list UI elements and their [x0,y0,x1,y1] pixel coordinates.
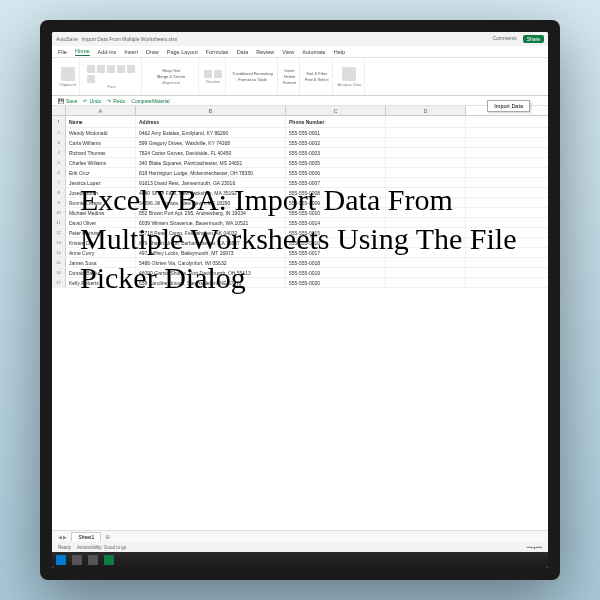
cell-address[interactable]: 340 Blake Squares, Patriciachester, MS 2… [136,158,286,167]
row-number[interactable]: 14 [52,248,66,257]
zoom-slider[interactable]: ━━●━━ [527,545,542,550]
border-icon[interactable] [117,65,125,73]
taskbar [52,552,548,568]
add-sheet-icon[interactable]: ⊕ [105,533,110,540]
select-all-corner[interactable] [52,106,66,115]
row-number[interactable]: 5 [52,158,66,167]
excel-icon[interactable] [104,555,114,565]
table-row: 5Charles Williams340 Blake Squares, Patr… [52,158,548,168]
cell-phone[interactable]: 555-555-0003 [286,148,386,157]
cell-name[interactable]: Richard Thomas [66,148,136,157]
cell-phone[interactable]: 555-555-0002 [286,138,386,147]
tab-file[interactable]: File [58,49,67,55]
row-number[interactable]: 1 [52,116,66,127]
bold-icon[interactable] [87,65,95,73]
ribbon-group-alignment: Wrap Text Merge & Center Alignment [144,58,199,95]
cell-name[interactable]: Carla Williams [66,138,136,147]
share-button[interactable]: Share [523,35,544,43]
cell-address[interactable]: 599 Gregory Drives, Wardville, KY 74268 [136,138,286,147]
qb-save[interactable]: 💾 Save [58,98,77,104]
qb-compare[interactable]: CompareMaterial [131,98,169,104]
cell-name[interactable]: Erik Cruz [66,168,136,177]
col-header-d[interactable]: D [386,106,466,115]
italic-icon[interactable] [97,65,105,73]
statusbar: Ready Accessibility: Good to go ━━●━━ [52,542,548,552]
fontcolor-icon[interactable] [87,75,95,83]
monitor-frame: AutoSave Import Data From Multiple Works… [40,20,560,580]
tab-formulas[interactable]: Formulas [206,49,229,55]
cell-phone[interactable]: 555-555-0001 [286,128,386,137]
tab-insert[interactable]: Insert [124,49,138,55]
cell-empty[interactable] [386,148,466,157]
analyze-icon[interactable] [342,67,356,81]
sheet-area: A B C D 1 Name Address Phone Number 2Wen… [52,106,548,530]
col-header-b[interactable]: B [136,106,286,115]
row-number[interactable]: 8 [52,188,66,197]
header-name[interactable]: Name [66,116,136,127]
row-number[interactable]: 4 [52,148,66,157]
grid-body[interactable]: 1 Name Address Phone Number 2Wendy Mcdon… [52,116,548,530]
header-empty[interactable] [386,116,466,127]
tab-review[interactable]: Review [256,49,274,55]
col-header-a[interactable]: A [66,106,136,115]
row-number[interactable]: 16 [52,268,66,277]
tab-help[interactable]: Help [334,49,345,55]
tab-view[interactable]: View [282,49,294,55]
cell-empty[interactable] [386,158,466,167]
underline-icon[interactable] [107,65,115,73]
tab-data[interactable]: Data [237,49,249,55]
search-icon[interactable] [72,555,82,565]
autosave-label[interactable]: AutoSave [56,36,78,42]
cell-address[interactable]: 7824 Carter Groves, Davidside, FL 40450 [136,148,286,157]
header-address[interactable]: Address [136,116,286,127]
table-row: 3Carla Williams599 Gregory Drives, Wardv… [52,138,548,148]
row-number[interactable]: 2 [52,128,66,137]
table-row: 2Wendy Mcdonald0462 Amy Estates, Emilyla… [52,128,548,138]
row-number[interactable]: 9 [52,198,66,207]
cell-address[interactable]: 0462 Amy Estates, Emilyland, KY 86290 [136,128,286,137]
cell-name[interactable]: Charles Williams [66,158,136,167]
sheet-tabs: ◀ ▶ Sheet1 ⊕ [52,530,548,542]
row-number[interactable]: 17 [52,278,66,287]
header-phone[interactable]: Phone Number [286,116,386,127]
col-header-c[interactable]: C [286,106,386,115]
comments-button[interactable]: Comments [492,35,516,43]
cell-empty[interactable] [386,128,466,137]
row-number[interactable]: 13 [52,238,66,247]
paste-icon[interactable] [61,67,75,81]
tab-addins[interactable]: Add-ins [98,49,117,55]
qb-undo[interactable]: ↶ Undo [83,98,101,104]
currency-icon[interactable] [204,70,212,78]
row-number[interactable]: 15 [52,258,66,267]
row-number[interactable]: 7 [52,178,66,187]
cell-address[interactable]: 818 Harrington Lodge, Mckenziechester, O… [136,168,286,177]
start-button[interactable] [56,555,66,565]
qb-redo[interactable]: ↷ Redo [107,98,125,104]
ribbon-group-font: Font [82,58,142,95]
cell-phone[interactable]: 555-555-0005 [286,158,386,167]
tab-home[interactable]: Home [75,48,90,56]
cell-empty[interactable] [386,138,466,147]
percent-icon[interactable] [214,70,222,78]
tab-automate[interactable]: Automate [302,49,326,55]
row-number[interactable]: 3 [52,138,66,147]
import-data-button[interactable]: Import Data [487,100,530,112]
sheet-nav[interactable]: ◀ ▶ [58,534,67,540]
row-number[interactable]: 12 [52,228,66,237]
tab-draw[interactable]: Draw [146,49,159,55]
tab-pagelayout[interactable]: Page Layout [167,49,198,55]
cell-phone[interactable]: 555-555-0006 [286,168,386,177]
explorer-icon[interactable] [88,555,98,565]
cell-name[interactable]: Wendy Mcdonald [66,128,136,137]
ribbon-group-number: Number [201,58,226,95]
titlebar: AutoSave Import Data From Multiple Works… [52,32,548,46]
ribbon-group-clipboard: Clipboard [56,58,80,95]
row-number[interactable]: 11 [52,218,66,227]
row-number[interactable]: 10 [52,208,66,217]
ribbon-group-editing: Sort & Filter Find & Select [302,58,333,95]
fill-icon[interactable] [127,65,135,73]
sheet-tab-1[interactable]: Sheet1 [71,532,101,541]
cell-empty[interactable] [386,168,466,177]
ribbon-content: Clipboard Font Wrap Text Merge & Center … [52,58,548,96]
row-number[interactable]: 6 [52,168,66,177]
